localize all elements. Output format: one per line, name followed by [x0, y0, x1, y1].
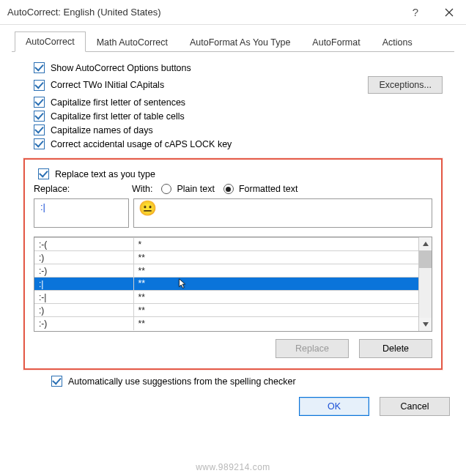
- replace-group: Replace text as you type Replace: With: …: [23, 158, 443, 370]
- replace-input-field[interactable]: [39, 201, 124, 213]
- list-row[interactable]: :-)**: [34, 317, 418, 330]
- tab-autoformat-as-you-type[interactable]: AutoFormat As You Type: [179, 32, 301, 52]
- cancel-button[interactable]: Cancel: [380, 397, 450, 416]
- replace-column-label: Replace:: [34, 184, 129, 194]
- check-suggestions[interactable]: [51, 376, 62, 387]
- delete-button[interactable]: Delete: [359, 339, 432, 358]
- close-icon: [445, 8, 454, 17]
- check-replace-as-type[interactable]: [38, 168, 49, 179]
- with-value-emoji: 😐: [138, 201, 157, 215]
- check-caps-lock-label: Correct accidental usage of cAPS LOCK ke…: [51, 139, 232, 149]
- check-days-label: Capitalize names of days: [51, 125, 153, 135]
- replace-button[interactable]: Replace: [275, 339, 349, 358]
- list-row[interactable]: :-(*: [34, 238, 418, 251]
- ok-button[interactable]: OK: [299, 397, 369, 416]
- window-title: AutoCorrect: English (United States): [7, 7, 399, 18]
- check-caps-lock[interactable]: [34, 138, 45, 149]
- with-column-label: With:: [132, 184, 152, 194]
- cursor-icon: [178, 278, 187, 290]
- tab-autoformat[interactable]: AutoFormat: [301, 32, 371, 52]
- check-table-cells[interactable]: [34, 111, 45, 122]
- scroll-thumb[interactable]: [419, 250, 432, 268]
- help-button[interactable]: ?: [399, 0, 432, 25]
- radio-formatted-icon: [223, 184, 234, 194]
- scroll-down-button[interactable]: [419, 318, 432, 331]
- radio-plain-icon: [161, 184, 171, 194]
- list-row-selected[interactable]: :|**: [34, 278, 418, 291]
- list-row[interactable]: :-|**: [34, 291, 418, 304]
- list-scrollbar[interactable]: [418, 237, 432, 331]
- tab-math-autocorrect[interactable]: Math AutoCorrect: [86, 32, 179, 52]
- with-input[interactable]: 😐: [133, 198, 432, 228]
- check-show-options-label: Show AutoCorrect Options buttons: [51, 63, 191, 73]
- close-button[interactable]: [432, 0, 466, 25]
- replace-list[interactable]: :-(* :)** :-)** :|** :-|** :)** :-)**: [34, 237, 432, 332]
- exceptions-button[interactable]: Exceptions...: [368, 76, 443, 94]
- list-row[interactable]: :)**: [34, 304, 418, 317]
- radio-formatted-text[interactable]: Formatted text: [223, 184, 298, 194]
- check-first-sentence-label: Capitalize first letter of sentences: [51, 97, 185, 108]
- scroll-up-button[interactable]: [419, 237, 432, 250]
- titlebar: AutoCorrect: English (United States) ?: [0, 0, 466, 25]
- list-row[interactable]: :)**: [34, 251, 418, 264]
- check-suggestions-label: Automatically use suggestions from the s…: [68, 376, 296, 387]
- radio-plain-text[interactable]: Plain text: [161, 184, 214, 194]
- panel-body: Show AutoCorrect Options buttons Correct…: [0, 52, 466, 387]
- check-show-options[interactable]: [34, 62, 45, 73]
- check-first-sentence[interactable]: [34, 97, 45, 108]
- check-days[interactable]: [34, 124, 45, 135]
- replace-input[interactable]: [34, 198, 129, 228]
- check-replace-as-type-label: Replace text as you type: [55, 169, 155, 179]
- scroll-track: [419, 268, 432, 318]
- tab-strip: AutoCorrect Math AutoCorrect AutoFormat …: [12, 31, 454, 52]
- tab-actions[interactable]: Actions: [371, 32, 424, 52]
- check-table-cells-label: Capitalize first letter of table cells: [51, 111, 185, 122]
- check-two-initial-label: Correct TWo INitial CApitals: [51, 80, 164, 90]
- list-row[interactable]: :-)**: [34, 264, 418, 278]
- tab-autocorrect[interactable]: AutoCorrect: [15, 31, 86, 52]
- check-two-initial[interactable]: [34, 80, 45, 91]
- watermark: www.989214.com: [0, 462, 466, 472]
